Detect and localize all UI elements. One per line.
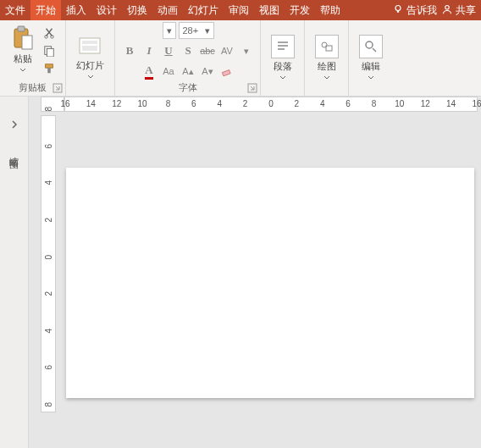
tellme-label: 告诉我: [406, 3, 437, 18]
tellme-button[interactable]: 告诉我: [393, 3, 437, 18]
horizontal-ruler: 1614121086420246810121416: [64, 97, 478, 112]
font-size-combo[interactable]: 28+ ▾: [179, 22, 214, 39]
svg-rect-11: [47, 68, 51, 73]
slide-canvas[interactable]: [66, 168, 474, 398]
drawing-button[interactable]: 绘图: [308, 31, 346, 85]
ruler-tick: 10: [138, 99, 147, 108]
group-clipboard: 粘贴 剪贴板: [0, 20, 66, 96]
ruler-tick: 4: [44, 329, 53, 334]
underline-icon: U: [164, 44, 172, 58]
strike-icon: abc: [200, 46, 215, 56]
svg-rect-5: [22, 36, 32, 49]
tab-review[interactable]: 审阅: [224, 0, 254, 20]
ruler-tick: 10: [395, 99, 404, 108]
font-name-combo[interactable]: ▾: [163, 22, 176, 39]
svg-rect-14: [82, 41, 97, 44]
share-label: 共享: [456, 3, 476, 18]
font-group-label: 字体: [179, 81, 197, 94]
new-slide-button[interactable]: 幻灯片: [73, 34, 108, 82]
ruler-tick: 8: [166, 99, 171, 108]
ruler-tick: 2: [243, 99, 248, 108]
editing-button[interactable]: 编辑: [352, 31, 390, 85]
shrink-font-button[interactable]: A▾: [199, 63, 216, 80]
svg-point-2: [445, 5, 450, 9]
ruler-tick: 2: [295, 99, 300, 108]
bold-icon: B: [126, 44, 134, 58]
tab-file[interactable]: 文件: [0, 0, 30, 20]
chevron-down-icon: ▾: [244, 46, 249, 57]
person-icon: [442, 4, 452, 17]
paragraph-button[interactable]: 段落: [264, 31, 301, 85]
grow-font-button[interactable]: A▴: [180, 63, 196, 80]
change-case-button[interactable]: Aa: [160, 63, 177, 80]
cut-button[interactable]: [41, 25, 58, 41]
eraser-icon: [221, 65, 233, 77]
shadow-icon: S: [185, 44, 191, 58]
ribbon: 粘贴 剪贴板: [0, 20, 481, 97]
more-font-button[interactable]: ▾: [238, 42, 255, 59]
expand-thumbnails-button[interactable]: [10, 117, 19, 132]
font-dialog-launcher[interactable]: [247, 83, 257, 93]
spacing-icon: AV: [221, 46, 233, 56]
tab-design[interactable]: 设计: [91, 0, 122, 20]
slide-icon: [78, 36, 103, 58]
tab-transitions[interactable]: 切换: [122, 0, 152, 20]
copy-icon: [43, 45, 55, 57]
underline-button[interactable]: U: [160, 42, 177, 59]
paste-label: 粘贴: [14, 53, 32, 65]
svg-rect-1: [397, 10, 399, 12]
tab-developer[interactable]: 开发: [285, 0, 315, 20]
shadow-button[interactable]: S: [180, 42, 196, 59]
font-color-button[interactable]: A: [141, 63, 158, 80]
thumbnail-panel-collapsed: 缩略图: [0, 97, 29, 448]
workspace: 缩略图 1614121086420246810121416 864202468: [0, 97, 481, 448]
font-size-value: 28+: [183, 25, 199, 36]
svg-point-0: [395, 5, 401, 10]
clipboard-dialog-launcher[interactable]: [53, 83, 63, 93]
chevron-right-icon: [10, 120, 19, 129]
group-font: ▾ 28+ ▾ B I U S abc AV ▾ A Aa: [115, 20, 261, 96]
tab-view[interactable]: 视图: [254, 0, 285, 20]
share-button[interactable]: 共享: [442, 3, 476, 18]
svg-rect-16: [222, 70, 230, 76]
tab-slideshow[interactable]: 幻灯片: [183, 0, 224, 20]
bold-button[interactable]: B: [121, 42, 138, 59]
clear-format-button[interactable]: [218, 63, 235, 80]
group-editing: 编辑: [349, 20, 393, 96]
case-icon: Aa: [163, 66, 174, 76]
ruler-tick: 4: [320, 99, 325, 108]
slides-label: 幻灯片: [76, 59, 104, 72]
grow-font-icon: A▴: [182, 66, 193, 77]
svg-rect-10: [45, 64, 53, 68]
strike-button[interactable]: abc: [199, 42, 216, 59]
ruler-tick: 8: [372, 99, 377, 108]
italic-icon: I: [147, 44, 151, 58]
ruler-tick: 8: [44, 402, 53, 407]
search-icon: [363, 39, 379, 54]
chevron-down-icon: [279, 75, 286, 81]
tab-insert[interactable]: 插入: [61, 0, 91, 20]
ruler-tick: 12: [112, 99, 121, 108]
copy-button[interactable]: [41, 43, 58, 58]
paragraph-label: 段落: [274, 60, 292, 73]
ruler-tick: 4: [44, 180, 53, 185]
svg-rect-4: [18, 26, 25, 31]
tab-help[interactable]: 帮助: [315, 0, 346, 20]
paste-button[interactable]: 粘贴: [8, 24, 37, 75]
char-spacing-button[interactable]: AV: [218, 42, 235, 59]
vertical-ruler: 864202468: [41, 115, 56, 412]
tab-home[interactable]: 开始: [30, 0, 61, 20]
format-painter-button[interactable]: [41, 61, 58, 76]
ruler-tick: 12: [421, 99, 430, 108]
svg-point-20: [366, 41, 373, 48]
italic-button[interactable]: I: [141, 42, 158, 59]
tab-animations[interactable]: 动画: [152, 0, 183, 20]
svg-rect-9: [47, 48, 53, 57]
clipboard-group-label: 剪贴板: [19, 81, 47, 94]
font-color-icon: A: [145, 64, 152, 80]
group-paragraph: 段落: [261, 20, 305, 96]
editing-label: 编辑: [362, 60, 380, 73]
group-slides: 幻灯片: [66, 20, 115, 96]
ruler-tick: 2: [44, 218, 53, 223]
group-drawing: 绘图: [305, 20, 349, 96]
